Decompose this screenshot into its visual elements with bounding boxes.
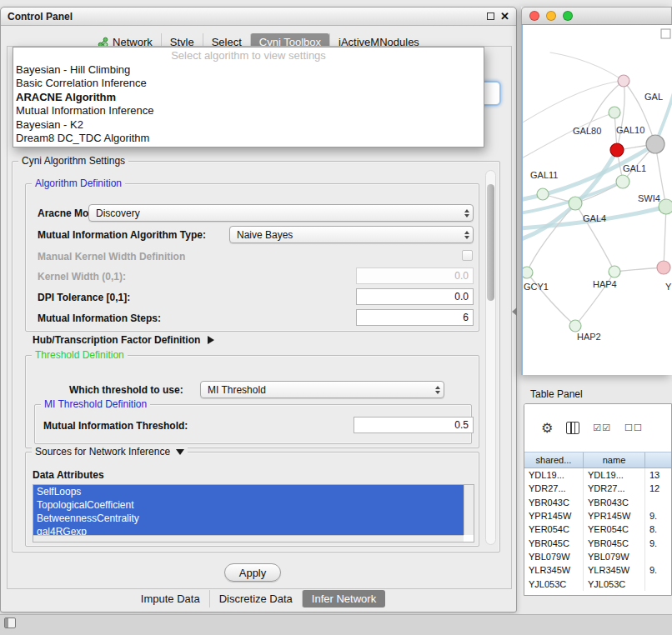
stepper-icon [464,209,469,218]
attributes-horizontal-scrollbar[interactable] [33,535,464,542]
table-row[interactable]: YBR043CYBR043C [524,496,671,509]
bottom-tab-infer-network[interactable]: Infer Network [302,590,385,608]
attributes-vertical-scrollbar[interactable] [464,485,474,535]
network-node-label: GAL80 [573,126,601,136]
close-traffic-light[interactable] [529,11,539,21]
apply-button[interactable]: Apply [224,563,281,582]
mi-steps-label: Mutual Information Steps: [38,312,161,324]
sources-legend-label: Sources for Network Inference [35,446,170,458]
table-row[interactable]: YLR345WYLR345W9. [524,563,671,577]
algorithm-option-dream8-dc-tdc-algorithm[interactable]: Dream8 DC_TDC Algorithm [13,132,484,145]
algorithm-option-bayesian-k2[interactable]: Bayesian - K2 [13,118,484,132]
network-node[interactable] [537,188,549,200]
network-edge[interactable] [527,203,575,272]
dpi-tolerance-input[interactable]: 0.0 [356,288,474,305]
splitter-collapse-icon[interactable] [512,308,517,316]
bottom-tab-impute-data[interactable]: Impute Data [132,590,209,608]
data-attributes-list[interactable]: SelfLoopsTopologicalCoefficientBetweenne… [33,484,474,542]
network-view-window: GALGAL80GAL10GAL11GAL1SWI4GAL4GCY1HAP4YH… [521,7,672,375]
hub-definition-label: Hub/Transcription Factor Definition [33,334,200,346]
sources-legend[interactable]: Sources for Network Inference [32,446,188,458]
network-edge[interactable] [523,81,624,125]
sources-for-network-inference-group: Sources for Network Inference Data Attri… [25,452,479,547]
table-row[interactable]: YBL079WYBL079W [524,550,671,563]
network-graph: GALGAL80GAL10GAL11GAL1SWI4GAL4GCY1HAP4YH… [523,25,672,375]
network-node[interactable] [657,261,670,274]
aracne-mode-select[interactable]: Discovery [88,204,474,222]
panel-dock-icon[interactable] [4,618,16,628]
table-row[interactable]: YER054CYER054C8. [524,522,671,536]
bottom-tab-discretize-data[interactable]: Discretize Data [209,590,302,608]
which-threshold-select[interactable]: MI Threshold [200,381,444,398]
network-edge[interactable] [527,272,575,326]
table-row[interactable]: YDL19...YDL19...13 [524,468,671,482]
network-node-label: HAP4 [593,279,617,289]
network-node[interactable] [646,135,664,153]
algorithm-option-aracne-algorithm[interactable]: ARACNE Algorithm [13,91,484,104]
network-node[interactable] [618,75,629,87]
network-edge[interactable] [523,112,614,160]
show-unselected-icon[interactable]: ☐☐ [624,422,643,433]
manual-kernel-width-label: Manual Kernel Width Definition [38,251,185,262]
mi-algorithm-type-select[interactable]: Naive Bayes [229,226,474,243]
network-node[interactable] [659,199,672,214]
network-node[interactable] [569,197,582,210]
kernel-width-input[interactable]: 0.0 [356,268,474,284]
traffic-lights [529,11,573,21]
minimize-traffic-light[interactable] [546,11,556,21]
table-cell: 8. [645,522,672,536]
network-node[interactable] [609,107,620,118]
mi-steps-input[interactable]: 6 [356,309,474,326]
close-window-icon[interactable]: ✕ [500,11,509,22]
gear-icon[interactable]: ⚙ [541,420,553,436]
scrollbar-thumb[interactable] [487,184,494,301]
table-cell: YDR27... [584,482,645,495]
network-node[interactable] [569,320,581,332]
attribute-item-betweennesscentrality[interactable]: BetweennessCentrality [33,512,464,525]
network-edge[interactable] [550,52,624,81]
column-header-name[interactable]: name [584,452,645,468]
attribute-item-gal4rgexp[interactable]: gal4RGexp [33,525,464,535]
table-cell: YPR145W [524,509,584,522]
attribute-item-selfloops[interactable]: SelfLoops [33,485,464,498]
network-canvas[interactable]: GALGAL80GAL10GAL11GAL1SWI4GAL4GCY1HAP4YH… [521,25,672,375]
zoom-traffic-light[interactable] [563,11,573,21]
show-selected-icon[interactable]: ☑☑ [593,422,611,433]
float-window-icon[interactable] [487,12,494,20]
columns-icon[interactable] [566,422,579,434]
table-row[interactable]: YJL053CYJL053C [524,577,671,590]
table-row[interactable]: YBR045CYBR045C9. [524,536,671,549]
which-threshold-label: Which threshold to use: [69,384,183,396]
manual-kernel-width-checkbox[interactable] [462,250,473,261]
table-row[interactable]: YDR27...YDR27...12 [524,482,671,495]
network-node[interactable] [523,267,533,278]
settings-scrollbar[interactable] [485,170,496,545]
column-header[interactable] [645,452,672,468]
network-window-titlebar[interactable] [521,7,672,25]
table-row[interactable]: YPR145WYPR145W9. [524,509,671,522]
network-edge[interactable] [614,268,664,272]
hub-definition-toggle[interactable]: Hub/Transcription Factor Definition [33,334,214,346]
network-node[interactable] [616,175,629,188]
network-node[interactable] [610,143,624,157]
algorithm-option-bayesian-hill-climbing[interactable]: Bayesian - Hill Climbing [13,63,484,77]
control-panel-titlebar[interactable]: Control Panel ✕ [1,8,516,26]
attribute-item-topologicalcoefficient[interactable]: TopologicalCoefficient [33,498,464,512]
network-node-label: GAL10 [616,125,644,135]
column-header-shared[interactable]: shared... [524,452,584,468]
table-cell: YDR27... [524,482,584,495]
table-cell: YJL053C [524,577,584,590]
mi-threshold-definition-legend: MI Threshold Definition [41,398,150,410]
data-attributes-label: Data Attributes [33,469,104,481]
dropdown-placeholder: Select algorithm to view settings [13,48,484,63]
algorithm-option-basic-correlation-inference[interactable]: Basic Correlation Inference [13,77,484,90]
mi-threshold-input[interactable]: 0.5 [354,417,474,433]
network-node-label: GAL1 [623,163,646,173]
table-cell: YBR043C [524,496,584,509]
algorithm-option-mutual-information-inference[interactable]: Mutual Information Inference [13,104,484,118]
aracne-mode-value: Discovery [96,208,140,219]
network-node[interactable] [609,266,620,278]
window-buttons: ✕ [487,11,509,22]
which-threshold-value: MI Threshold [208,384,266,396]
network-edge[interactable] [664,207,666,268]
